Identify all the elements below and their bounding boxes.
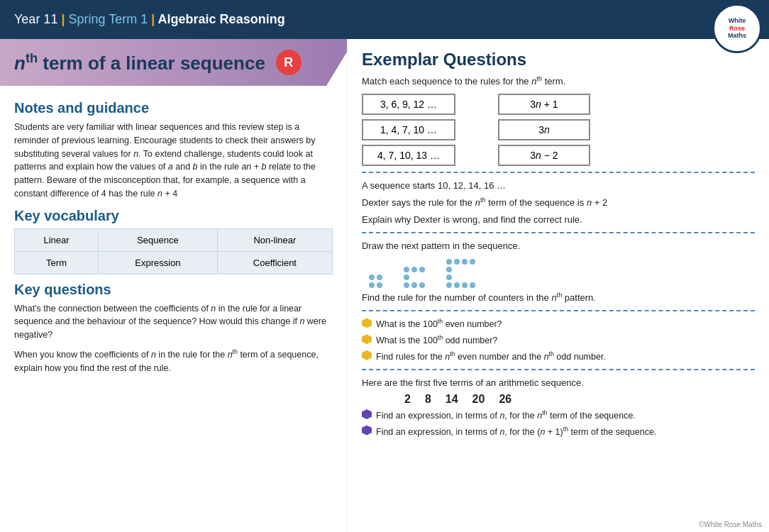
sequences-col: 3, 6, 9, 12 … 1, 4, 7, 10 … 4, 7, 10, 13… (362, 94, 455, 166)
dot (369, 282, 375, 288)
exemplar-heading: Exemplar Questions (362, 50, 755, 70)
page-title: nth term of a linear sequence (14, 51, 265, 74)
key-question-2: When you know the coefficients of n in t… (14, 348, 333, 375)
arith-intro: Here are the first five terms of an arit… (362, 376, 755, 390)
dot (462, 282, 468, 288)
dot (446, 259, 452, 265)
yellow-bullet-icon (362, 318, 372, 328)
sep2: | (151, 12, 157, 26)
bullet-q2: What is the 100th odd number? (362, 333, 755, 348)
bullet-questions-yellow: What is the 100th even number? What is t… (362, 317, 755, 363)
logo-text: White Rose Maths (728, 17, 746, 40)
dot (404, 282, 409, 288)
left-content: Notes and guidance Students are very fam… (0, 86, 347, 382)
rule-2: 3n (498, 119, 590, 140)
dot (454, 282, 460, 288)
dot (419, 267, 425, 272)
dot (377, 275, 382, 280)
yellow-bullet-icon-2 (362, 334, 372, 344)
arith-q2: Find an expression, in terms of n, for t… (362, 425, 755, 439)
vocab-sequence: Sequence (99, 228, 218, 251)
bullet-q2-text: What is the 100th odd number? (376, 333, 497, 348)
match-instruction: Match each sequence to the rules for the… (362, 75, 755, 87)
vocab-expression: Expression (99, 251, 218, 274)
seq-2: 1, 4, 7, 10 … (362, 119, 455, 140)
pattern-2 (404, 267, 425, 288)
dot (470, 259, 475, 265)
vocab-nonlinear: Non-linear (217, 228, 332, 251)
q3-instruction: Draw the next pattern in the sequence. (362, 239, 755, 253)
divider-3 (362, 310, 755, 311)
bullet-q1: What is the 100th even number? (362, 317, 755, 331)
dot (446, 275, 452, 280)
arith-q1-text: Find an expression, in terms of n, for t… (376, 409, 636, 423)
seq-1: 3, 6, 9, 12 … (362, 94, 455, 115)
pattern-1 (369, 275, 382, 288)
seq-3: 4, 7, 10, 13 … (362, 145, 455, 166)
arith-term-3: 14 (446, 393, 458, 406)
header-title: Year 11 | Spring Term 1 | Algebraic Reas… (14, 12, 285, 27)
q3-find: Find the rule for the number of counters… (362, 291, 755, 305)
rule-1: 3n + 1 (498, 94, 590, 115)
year-label: Year 11 (14, 12, 57, 26)
left-panel: nth term of a linear sequence R Notes an… (0, 39, 348, 532)
divider-1 (362, 172, 755, 173)
topic-label: Algebraic Reasoning (158, 12, 285, 26)
vocab-linear: Linear (15, 228, 99, 251)
arith-q2-text: Find an expression, in terms of n, for t… (376, 425, 656, 439)
term-label: Spring Term 1 (68, 12, 148, 26)
purple-bullet-icon-2 (362, 426, 372, 436)
logo: White Rose Maths (712, 4, 762, 53)
vocab-table: Linear Sequence Non-linear Term Expressi… (14, 228, 333, 275)
rule-3: 3n − 2 (498, 145, 590, 166)
arith-q1: Find an expression, in terms of n, for t… (362, 409, 755, 423)
key-questions-heading: Key questions (14, 282, 333, 298)
pattern-3 (446, 259, 475, 288)
dot-patterns (369, 259, 755, 288)
bullet-q1-text: What is the 100th even number? (376, 317, 502, 331)
notes-heading: Notes and guidance (14, 100, 333, 116)
vocab-term: Term (15, 251, 99, 274)
divider-2 (362, 232, 755, 233)
dot (419, 282, 425, 288)
q2-line2: Dexter says the rule for the nth term of… (362, 196, 755, 210)
arithmetic-sequence: 2 8 14 20 26 (404, 393, 755, 406)
header: Year 11 | Spring Term 1 | Algebraic Reas… (0, 0, 769, 39)
q2-line3: Explain why Dexter is wrong, and find th… (362, 213, 755, 227)
arith-term-1: 2 (404, 393, 411, 406)
dot (411, 267, 417, 272)
r-badge: R (276, 50, 301, 75)
dot (446, 282, 452, 288)
bullet-q3-text: Find rules for the nth even number and t… (376, 350, 606, 364)
dot (369, 275, 375, 280)
q2-line1: A sequence starts 10, 12, 14, 16 … (362, 179, 755, 193)
divider-4 (362, 369, 755, 370)
dot (470, 282, 475, 288)
sep1: | (61, 12, 65, 26)
arith-term-2: 8 (425, 393, 431, 406)
dot (404, 275, 409, 280)
dot (446, 267, 452, 272)
right-panel: Exemplar Questions Match each sequence t… (348, 39, 769, 532)
rules-col: 3n + 1 3n 3n − 2 (498, 94, 590, 166)
vocab-heading: Key vocabulary (14, 208, 333, 224)
main-content: nth term of a linear sequence R Notes an… (0, 39, 769, 532)
dot (404, 267, 409, 272)
matching-area: 3, 6, 9, 12 … 1, 4, 7, 10 … 4, 7, 10, 13… (362, 94, 755, 166)
notes-text: Students are very familiar with linear s… (14, 121, 333, 201)
yellow-bullet-icon-3 (362, 350, 372, 360)
arith-term-4: 20 (472, 393, 485, 406)
bullet-questions-purple: Find an expression, in terms of n, for t… (362, 409, 755, 438)
purple-bullet-icon-1 (362, 409, 372, 419)
title-banner: nth term of a linear sequence R (0, 39, 348, 86)
vocab-coefficient: Coefficient (217, 251, 332, 274)
bullet-q3: Find rules for the nth even number and t… (362, 350, 755, 364)
copyright: ©White Rose Maths (699, 521, 762, 528)
key-question-1: What's the connection between the coeffi… (14, 302, 333, 342)
dot (462, 259, 468, 265)
arith-term-5: 26 (499, 393, 511, 406)
dot (377, 282, 382, 288)
dot (454, 259, 460, 265)
dot (411, 282, 417, 288)
